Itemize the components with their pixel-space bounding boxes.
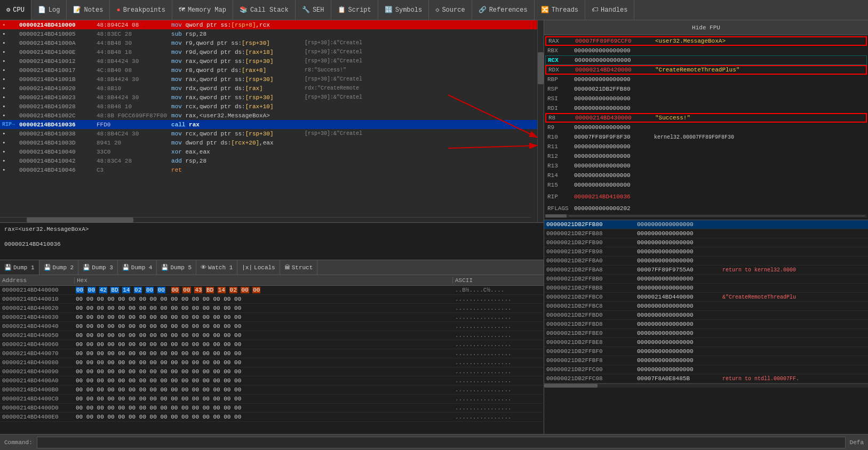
tab-watch1[interactable]: 👁 Watch 1 (196, 260, 237, 275)
stack-value: 0000000000000000 (637, 348, 866, 355)
dump-row[interactable]: 00000214BD440050 00 00 00 00 00 00 00 00… (0, 331, 544, 340)
stack-row[interactable]: 00000021DB2FFC08 00007F8A0E8485B return … (544, 374, 868, 383)
command-input[interactable] (37, 437, 846, 448)
dump-row[interactable]: 00000214BD4400D0 00 00 00 00 00 00 00 00… (0, 404, 544, 413)
table-row[interactable]: • 00000214BD410046 C3 ret (0, 165, 537, 174)
reg-row-r14[interactable]: R14 0000000000000000 (545, 171, 867, 180)
stack-row[interactable]: 00000021DB2FFBD0 0000000000000000 (544, 311, 868, 320)
reg-row-rdi[interactable]: RDI 0000000000000000 (545, 103, 867, 113)
table-row[interactable]: • 00000214BD410020 48:8B10 mov rdx,qword… (0, 84, 537, 93)
tab-references[interactable]: 🔗 References (472, 0, 535, 20)
reg-row-rsi[interactable]: RSI 0000000000000000 (545, 94, 867, 103)
dump-row[interactable]: 00000214BD440010 00 00 00 00 00 00 00 00… (0, 295, 544, 304)
tab-call-stack[interactable]: 📚 Call Stack (233, 0, 296, 20)
dump-rows-container[interactable]: 00000214BD440000 00 00 42 BD 14 02 00 00… (0, 286, 544, 434)
reg-row-rcx[interactable]: RCX 0000000000000000 (545, 55, 867, 65)
dump-row[interactable]: 00000214BD440000 00 00 42 BD 14 02 00 00… (0, 286, 544, 295)
reg-row-r9[interactable]: R9 0000000000000000 (545, 123, 867, 132)
stack-row[interactable]: 00000021DB2FFB98 0000000000000000 (544, 247, 868, 256)
dump-row[interactable]: 00000214BD440030 00 00 00 00 00 00 00 00… (0, 313, 544, 322)
stack-row[interactable]: 00000021DB2FFBF8 0000000000000000 (544, 356, 868, 365)
table-row[interactable]: • 00000214BD410012 48:8B4424 30 mov rax,… (0, 57, 537, 66)
table-row[interactable]: • 00000214BD410042 48:83C4 28 add rsp,28 (0, 156, 537, 165)
tab-seh[interactable]: 🔧 SEH (296, 0, 331, 20)
stack-panel[interactable]: 00000021DB2FFB80 0000000000000000 000000… (544, 220, 868, 434)
reg-row-r8[interactable]: R8 00000214BD430000 "Success!" (545, 113, 867, 123)
stack-row-highlighted[interactable]: 00000021DB2FFB80 0000000000000000 (544, 220, 868, 229)
stack-row[interactable]: 00000021DB2FFBE0 0000000000000000 (544, 329, 868, 338)
stack-row[interactable]: 00000021DB2FFBD8 0000000000000000 (544, 320, 868, 329)
reg-row-rax[interactable]: RAX 00007FF89F69CCF0 <user32.MessageBoxA… (545, 36, 867, 46)
table-row[interactable]: • 00000214BD410028 48:8B48 10 mov rcx,qw… (0, 102, 537, 111)
tab-dump1[interactable]: 💾 Dump 1 (0, 260, 39, 275)
table-row[interactable]: • 00000214BD410017 4C:8B40 08 mov r8,qwo… (0, 66, 537, 75)
rip-row[interactable]: RIP→ 00000214BD410036 FFD0 call rax (0, 120, 537, 129)
tab-source[interactable]: ◇ Source (429, 0, 472, 20)
dump-row[interactable]: 00000214BD440080 00 00 00 00 00 00 00 00… (0, 358, 544, 367)
tab-handles[interactable]: 🏷 Handles (585, 0, 634, 20)
reg-row-rdx[interactable]: RDX 00000214BD420000 "CreateRemoteThread… (545, 65, 867, 75)
stack-row[interactable]: 00000021DB2FFBC8 0000000000000000 (544, 302, 868, 311)
reg-row-rbp[interactable]: RBP 0000000000000000 (545, 75, 867, 84)
tab-threads[interactable]: 🔀 Threads (535, 0, 585, 20)
stack-row[interactable]: 00000021DB2FFBF0 0000000000000000 (544, 347, 868, 356)
disasm-scroll-area[interactable]: • 00000214BD410000 48:894C24 08 mov qwor… (0, 20, 537, 222)
dump-row[interactable]: 00000214BD440070 00 00 00 00 00 00 00 00… (0, 349, 544, 358)
stack-addr: 00000021DB2FFB80 (546, 221, 637, 228)
stack-row[interactable]: 00000021DB2FFBE8 0000000000000000 (544, 338, 868, 347)
tab-struct[interactable]: 🏛 Struct (280, 260, 318, 275)
hide-fpu-button[interactable]: Hide FPU (544, 20, 868, 35)
reg-row-r12[interactable]: R12 0000000000000000 (545, 151, 867, 161)
dump-row[interactable]: 00000214BD440040 00 00 00 00 00 00 00 00… (0, 322, 544, 331)
stack-row[interactable]: 00000021DB2FFB90 0000000000000000 (544, 238, 868, 247)
stack-row[interactable]: 00000021DB2FFB88 0000000000000000 (544, 229, 868, 238)
reg-row-r11[interactable]: R11 0000000000000000 (545, 142, 867, 151)
dump-row[interactable]: 00000214BD4400C0 00 00 00 00 00 00 00 00… (0, 395, 544, 404)
dump-row[interactable]: 00000214BD440090 00 00 00 00 00 00 00 00… (0, 367, 544, 376)
tab-cpu[interactable]: ⚙ CPU (0, 0, 31, 20)
table-row[interactable]: • 00000214BD410038 48:8B4C24 30 mov rcx,… (0, 129, 537, 138)
disasm-hscroll[interactable] (0, 217, 531, 222)
dump-row[interactable]: 00000214BD440060 00 00 00 00 00 00 00 00… (0, 340, 544, 349)
stack-hscroll[interactable] (544, 383, 868, 388)
reg-row-r13[interactable]: R13 0000000000000000 (545, 161, 867, 171)
tab-dump5[interactable]: 💾 Dump 5 (157, 260, 196, 275)
reg-row-r10[interactable]: R10 00007FF89F9F8F30 kernel32.00007FF89F… (545, 132, 867, 142)
stack-row[interactable]: 00000021DB2FFBA0 0000000000000000 (544, 256, 868, 266)
tab-dump2[interactable]: 💾 Dump 2 (39, 260, 79, 275)
tab-locals[interactable]: |x| Locals (237, 260, 280, 275)
reg-row-rsp[interactable]: RSP 00000021DB2FFB80 (545, 84, 867, 94)
tab-symbols[interactable]: 🔣 Symbols (378, 0, 429, 20)
table-row[interactable]: • 00000214BD41003D 8941 20 mov dword ptr… (0, 138, 537, 147)
tab-dump4[interactable]: 💾 Dump 4 (118, 260, 157, 275)
tab-memory-map[interactable]: 🗺 Memory Map (172, 0, 233, 20)
table-row[interactable]: • 00000214BD410040 33C0 xor eax,eax (0, 147, 537, 156)
dump-row[interactable]: 00000214BD440020 00 00 00 00 00 00 00 00… (0, 304, 544, 313)
tab-notes[interactable]: 📝 Notes (67, 0, 110, 20)
stack-row[interactable]: 00000021DB2FFBB0 0000000000000000 (544, 275, 868, 284)
reg-row-rip[interactable]: RIP 00000214BD410036 (545, 192, 867, 202)
register-panel[interactable]: RAX 00007FF89F69CCF0 <user32.MessageBoxA… (544, 35, 868, 220)
disasm-vscroll[interactable] (537, 20, 544, 222)
table-row[interactable]: • 00000214BD41000A 44:8B48 30 mov r9,qwo… (0, 38, 537, 47)
table-row[interactable]: • 00000214BD41000E 44:8B48 18 mov r9d,qw… (0, 47, 537, 57)
table-row[interactable]: • 00000214BD410005 48:83EC 28 sub rsp,28 (0, 29, 537, 38)
dump-row[interactable]: 00000214BD4400B0 00 00 00 00 00 00 00 00… (0, 385, 544, 395)
tab-dump3[interactable]: 💾 Dump 3 (78, 260, 118, 275)
reg-row-rflags[interactable]: RFLAGS 0000000000000202 (545, 204, 867, 213)
stack-row[interactable]: 00000021DB2FFBC0 00000214BD440000 &"Crea… (544, 293, 868, 302)
table-row[interactable]: • 00000214BD410000 48:894C24 08 mov qwor… (0, 20, 537, 29)
table-row[interactable]: • 00000214BD41002C 48:8B F0CC699FF87F00 … (0, 111, 537, 120)
tab-script[interactable]: 📋 Script (331, 0, 378, 20)
stack-row[interactable]: 00000021DB2FFBA8 00007FF89F9755A0 return… (544, 266, 868, 275)
tab-log[interactable]: 📄 Log (31, 0, 67, 20)
table-row[interactable]: • 00000214BD410023 48:8B4424 30 mov rax,… (0, 93, 537, 102)
table-row[interactable]: • 00000214BD41001B 48:8B4424 30 mov rax,… (0, 75, 537, 84)
reg-row-r15[interactable]: R15 0000000000000000 (545, 180, 867, 190)
tab-breakpoints[interactable]: ● Breakpoints (110, 0, 172, 20)
dump-row[interactable]: 00000214BD4400E0 00 00 00 00 00 00 00 00… (0, 413, 544, 422)
stack-row[interactable]: 00000021DB2FFBB8 0000000000000000 (544, 284, 868, 293)
reg-row-rbx[interactable]: RBX 0000000000000000 (545, 46, 867, 55)
dump-row[interactable]: 00000214BD4400A0 00 00 00 00 00 00 00 00… (0, 376, 544, 385)
stack-row[interactable]: 00000021DB2FFC00 0000000000000000 (544, 365, 868, 374)
